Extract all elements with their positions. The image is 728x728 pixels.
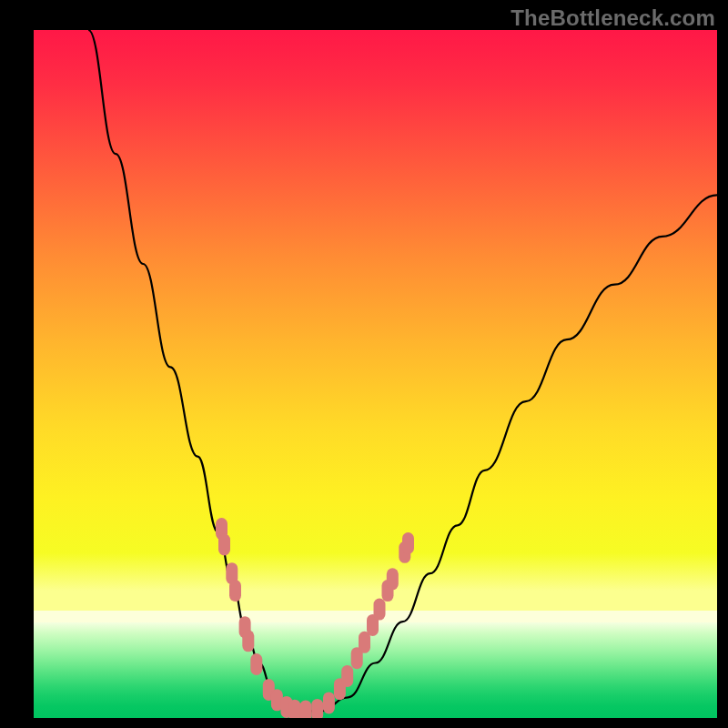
marker-cluster — [216, 518, 414, 718]
marker-dot — [323, 692, 335, 713]
marker-dot — [402, 532, 414, 554]
marker-dot — [359, 632, 370, 653]
watermark-text: TheBottleneck.com — [511, 5, 715, 31]
marker-dot — [229, 580, 241, 602]
marker-dot — [288, 700, 300, 718]
marker-dot — [250, 653, 262, 675]
marker-dot — [341, 665, 353, 687]
bottleneck-curve — [88, 30, 717, 711]
marker-dot — [299, 700, 311, 718]
chart-svg — [34, 30, 717, 718]
marker-dot — [218, 534, 230, 556]
marker-dot — [387, 568, 399, 590]
marker-dot — [311, 699, 323, 718]
plot-area — [34, 30, 717, 718]
marker-dot — [242, 630, 254, 652]
marker-dot — [374, 599, 386, 621]
chart-frame: TheBottleneck.com — [0, 0, 728, 728]
